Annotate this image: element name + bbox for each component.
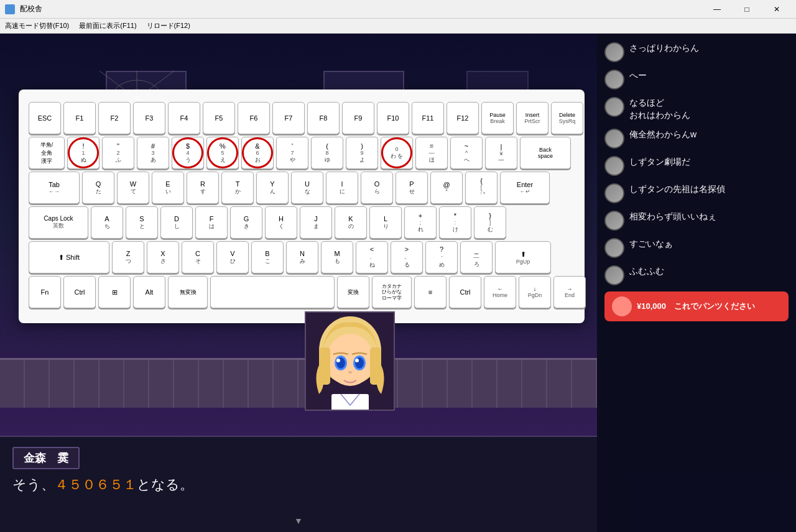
key-e[interactable]: Eい	[152, 172, 184, 204]
key-g[interactable]: Gき	[230, 206, 262, 239]
key-fn[interactable]: Fn	[29, 276, 61, 308]
key-f6[interactable]: F6	[238, 102, 270, 134]
key-y[interactable]: Yん	[256, 172, 289, 204]
key-f2[interactable]: F2	[98, 102, 131, 134]
key-2[interactable]: "2ふ	[102, 137, 134, 169]
key-c[interactable]: Cそ	[182, 241, 214, 273]
titlebar: 配校舎 — □ ✕	[0, 0, 796, 19]
key-w[interactable]: Wて	[117, 172, 149, 204]
key-3[interactable]: #3あ	[137, 137, 169, 169]
minimize-button[interactable]: —	[703, 0, 731, 19]
key-f9[interactable]: F9	[342, 102, 374, 134]
key-5[interactable]: %5え	[206, 137, 239, 169]
key-comma[interactable]: <、ね	[356, 241, 388, 273]
key-delete[interactable]: DeleteSysRq	[551, 102, 583, 134]
key-7[interactable]: '7や	[276, 137, 308, 169]
key-at[interactable]: @"	[430, 172, 463, 204]
close-button[interactable]: ✕	[762, 0, 791, 19]
key-caret[interactable]: ~^へ	[450, 137, 483, 169]
key-bracket-close[interactable]: }]む	[474, 206, 506, 239]
key-1[interactable]: !1ぬ	[67, 137, 100, 169]
key-tab[interactable]: Tab←→	[29, 172, 80, 204]
key-f[interactable]: Fは	[195, 206, 228, 239]
key-pause[interactable]: PauseBreak	[481, 102, 514, 134]
key-4[interactable]: $4う	[172, 137, 204, 169]
menu-item-speed[interactable]: 高速モード切替(F10)	[5, 21, 69, 30]
key-slash[interactable]: ?・め	[425, 241, 458, 273]
key-hankaku[interactable]: 半角/全角漢字	[29, 137, 65, 169]
key-pgdn[interactable]: ↓PgDn	[519, 276, 551, 308]
key-shift-right[interactable]: ⬆PgUp	[495, 241, 551, 273]
chat-message-9: ふむふむ	[597, 262, 796, 289]
key-colon[interactable]: *:け	[439, 206, 471, 239]
key-yen[interactable]: |¥—	[485, 137, 517, 169]
key-a[interactable]: Aち	[91, 206, 123, 239]
key-minus[interactable]: =—ほ	[415, 137, 448, 169]
key-home[interactable]: ←Home	[484, 276, 516, 308]
key-o[interactable]: Oら	[361, 172, 393, 204]
key-9[interactable]: )9よ	[346, 137, 378, 169]
key-u[interactable]: Uな	[291, 172, 323, 204]
key-z[interactable]: Zつ	[112, 241, 144, 273]
key-t[interactable]: Tか	[221, 172, 254, 204]
key-s[interactable]: Sと	[126, 206, 158, 239]
key-f5[interactable]: F5	[203, 102, 235, 134]
key-f12[interactable]: F12	[447, 102, 479, 134]
key-f8[interactable]: F8	[307, 102, 340, 134]
key-p[interactable]: Pせ	[396, 172, 428, 204]
chat-message-2: へー	[597, 66, 796, 93]
key-b[interactable]: Bこ	[251, 241, 284, 273]
kb-row-asdf: Caps Lock英数 Aち Sと Dし Fは Gき Hく Jま Kの Lり +…	[29, 206, 575, 239]
key-ctrl-left[interactable]: Ctrl	[63, 276, 96, 308]
key-m[interactable]: Mも	[321, 241, 353, 273]
key-f7[interactable]: F7	[272, 102, 305, 134]
key-shift-left[interactable]: ⬆ Shift	[29, 241, 109, 273]
key-x[interactable]: Xさ	[147, 241, 179, 273]
key-menu[interactable]: ≡	[414, 276, 447, 308]
key-f11[interactable]: F11	[412, 102, 444, 134]
key-win[interactable]: ⊞	[98, 276, 131, 308]
key-enter[interactable]: Enter←↵	[500, 172, 550, 204]
key-f10[interactable]: F10	[377, 102, 409, 134]
key-l[interactable]: Lり	[369, 206, 402, 239]
key-8[interactable]: (8ゆ	[311, 137, 343, 169]
key-capslock[interactable]: Caps Lock英数	[29, 206, 88, 239]
maximize-button[interactable]: □	[733, 0, 761, 19]
key-d[interactable]: Dし	[160, 206, 193, 239]
key-backspace[interactable]: Backspace	[520, 137, 571, 169]
key-f4[interactable]: F4	[168, 102, 200, 134]
key-insert[interactable]: InsertPrtScr	[516, 102, 548, 134]
key-f3[interactable]: F3	[133, 102, 165, 134]
key-end[interactable]: →End	[553, 276, 586, 308]
key-j[interactable]: Jま	[300, 206, 332, 239]
key-muhenkan[interactable]: 無変換	[168, 276, 208, 308]
key-alt[interactable]: Alt	[133, 276, 165, 308]
key-0[interactable]: 0わ を	[381, 137, 413, 169]
menu-item-reload[interactable]: リロード(F12)	[147, 21, 190, 30]
superchat-avatar	[612, 296, 632, 316]
chat-text-3: なるほどおれはわからん	[629, 97, 789, 121]
key-esc[interactable]: ESC	[29, 102, 61, 134]
menu-item-front[interactable]: 最前面に表示(F11)	[79, 21, 136, 30]
key-semicolon[interactable]: +;れ	[404, 206, 437, 239]
key-period[interactable]: >。る	[391, 241, 423, 273]
key-i[interactable]: Iに	[326, 172, 358, 204]
key-n[interactable]: Nみ	[286, 241, 318, 273]
key-henkan[interactable]: 変換	[337, 276, 369, 308]
svg-point-17	[355, 359, 359, 362]
key-v[interactable]: Vひ	[216, 241, 249, 273]
key-q[interactable]: Qた	[82, 172, 114, 204]
key-h[interactable]: Hく	[265, 206, 297, 239]
key-ctrl-right[interactable]: Ctrl	[449, 276, 481, 308]
key-katakana[interactable]: カタカナひらがなローマ字	[372, 276, 412, 308]
chat-message-4: 俺全然わからんw	[597, 125, 796, 152]
key-bracket-open[interactable]: {[「°	[465, 172, 497, 204]
key-6[interactable]: &6お	[241, 137, 274, 169]
key-r[interactable]: Rす	[187, 172, 219, 204]
chat-message-8: すごいなぁ	[597, 234, 796, 262]
chat-avatar-7	[604, 211, 624, 231]
key-underscore[interactable]: _—ろ	[460, 241, 493, 273]
key-k[interactable]: Kの	[335, 206, 367, 239]
key-space[interactable]	[210, 276, 335, 308]
key-f1[interactable]: F1	[63, 102, 96, 134]
